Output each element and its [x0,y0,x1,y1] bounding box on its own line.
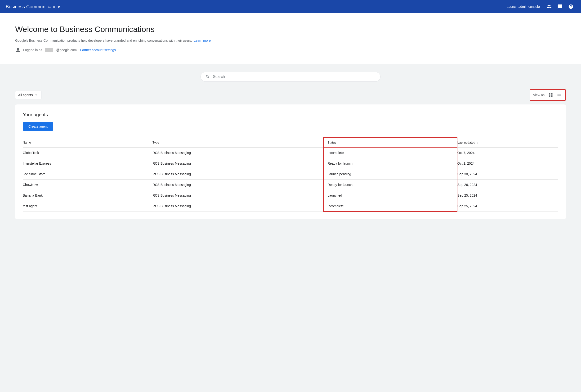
agent-type: RCS Business Messaging [152,180,323,190]
list-view-button[interactable] [556,92,563,98]
table-header-row: Name Type Status Last updated ↓ [23,138,558,147]
logged-in-label: Logged in as [23,48,42,52]
welcome-title: Welcome to Business Communications [15,25,566,34]
app-header: Business Communications Launch admin con… [0,0,581,13]
account-icon [15,47,21,53]
partner-account-settings-link[interactable]: Partner account settings [80,48,116,52]
grid-icon [548,92,553,97]
table-row[interactable]: Globo TrekRCS Business MessagingIncomple… [23,147,558,158]
chat-icon-button[interactable] [556,2,565,11]
grid-view-button[interactable] [547,92,554,98]
col-type: Type [152,138,323,147]
agent-last-updated: Sep 26, 2024 [457,180,558,190]
table-row[interactable]: ChowNowRCS Business MessagingReady for l… [23,180,558,190]
filter-label: All agents [18,93,33,97]
table-row[interactable]: Interstellar ExpressRCS Business Messagi… [23,158,558,169]
search-bar [200,72,381,82]
agent-status: Launched [323,190,457,201]
agents-card: Your agents Create agent Name Type Statu… [15,104,566,219]
search-container [15,72,566,82]
agent-status: Incomplete [323,201,457,212]
agents-table: Name Type Status Last updated ↓ Globo Tr… [23,138,558,212]
chat-icon [557,4,563,9]
welcome-section: Welcome to Business Communications Googl… [0,13,581,64]
agent-type: RCS Business Messaging [152,158,323,169]
search-icon [205,74,210,79]
agent-name: Interstellar Express [23,158,152,169]
table-row[interactable]: test agentRCS Business MessagingIncomple… [23,201,558,212]
agent-last-updated: Sep 30, 2024 [457,169,558,180]
view-as-label: View as: [533,93,546,97]
main-content: Welcome to Business Communications Googl… [0,13,581,227]
agent-last-updated: Sep 25, 2024 [457,201,558,212]
table-row[interactable]: Banana BankRCS Business MessagingLaunche… [23,190,558,201]
agent-type: RCS Business Messaging [152,147,323,158]
agent-last-updated: Sep 25, 2024 [457,190,558,201]
agent-last-updated: Oct 1, 2024 [457,158,558,169]
people-icon-button[interactable] [545,2,554,11]
user-email-blurred: user [45,48,53,52]
table-row[interactable]: Joe Shoe StoreRCS Business MessagingLaun… [23,169,558,180]
agent-last-updated: Oct 7, 2024 [457,147,558,158]
help-icon [568,4,574,9]
learn-more-link[interactable]: Learn more [194,38,211,42]
search-input[interactable] [213,74,376,79]
filter-row: All agents View as: [15,89,566,101]
col-name: Name [23,138,152,147]
all-agents-dropdown[interactable]: All agents [15,91,41,99]
gray-section: All agents View as: [0,64,581,227]
agent-type: RCS Business Messaging [152,201,323,212]
list-icon [557,92,562,97]
sort-icon: ↓ [477,141,479,144]
create-agent-button[interactable]: Create agent [23,122,53,131]
agent-name: Banana Bank [23,190,152,201]
header-actions: Launch admin console [504,2,575,11]
view-as-container: View as: [530,89,566,101]
chevron-down-icon [34,93,38,97]
agent-name: Globo Trek [23,147,152,158]
agents-title: Your agents [23,112,558,118]
people-icon [547,4,552,9]
agent-name: ChowNow [23,180,152,190]
agent-name: test agent [23,201,152,212]
agent-status: Launch pending [323,169,457,180]
agent-name: Joe Shoe Store [23,169,152,180]
agent-status: Ready for launch [323,180,457,190]
welcome-description: Google's Business Communication products… [15,38,566,42]
logged-in-row: Logged in as user @google.com Partner ac… [15,47,566,53]
col-last-updated: Last updated ↓ [457,138,558,147]
agent-type: RCS Business Messaging [152,190,323,201]
welcome-desc-text: Google's Business Communication products… [15,38,192,42]
email-domain: @google.com [56,48,77,52]
agent-status: Ready for launch [323,158,457,169]
agent-type: RCS Business Messaging [152,169,323,180]
agent-status: Incomplete [323,147,457,158]
col-status: Status [323,138,457,147]
help-icon-button[interactable] [566,2,575,11]
app-title: Business Communications [6,4,61,10]
launch-admin-console-button[interactable]: Launch admin console [504,3,543,10]
